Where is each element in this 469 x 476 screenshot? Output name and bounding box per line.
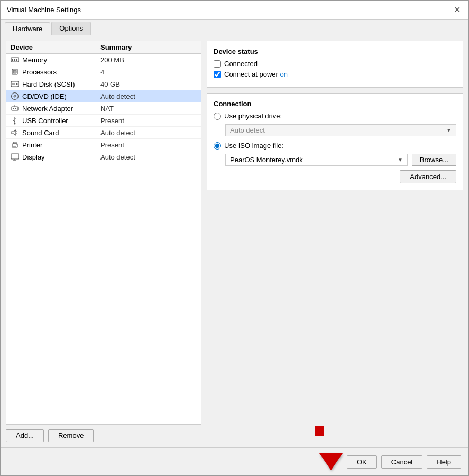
harddisk-label: Hard Disk (SCSI): [22, 80, 75, 88]
harddisk-icon: [11, 80, 19, 88]
use-iso-label: Use ISO image file:: [224, 142, 283, 150]
connect-power-checkbox[interactable]: [214, 71, 221, 78]
memory-icon: [11, 55, 19, 64]
tabs-bar: Hardware Options: [1, 20, 468, 35]
display-icon: [11, 153, 19, 161]
svg-rect-5: [13, 70, 16, 73]
device-status-title: Device status: [214, 48, 456, 55]
iso-file-row: PearOS Monterey.vmdk ▼ Browse...: [225, 154, 456, 166]
svg-rect-2: [14, 59, 15, 61]
memory-summary: 200 MB: [100, 56, 197, 64]
device-list: Device Summary Memory 200 MB: [6, 41, 201, 425]
advanced-row: Advanced...: [214, 170, 456, 183]
svg-rect-12: [12, 107, 18, 110]
network-adapter-icon: [11, 104, 19, 113]
col-device-header: Device: [11, 43, 100, 51]
svg-point-7: [16, 83, 18, 85]
processors-label: Processors: [22, 68, 57, 76]
use-physical-radio-row: Use physical drive:: [214, 112, 456, 120]
virtual-machine-settings-dialog: Virtual Machine Settings ✕ Hardware Opti…: [0, 0, 469, 476]
svg-rect-25: [11, 154, 19, 159]
iso-file-value: PearOS Monterey.vmdk: [230, 156, 303, 164]
network-adapter-summary: NAT: [100, 105, 197, 113]
left-buttons: Add... Remove: [6, 429, 201, 442]
col-summary-header: Summary: [100, 43, 197, 51]
svg-point-11: [14, 96, 15, 97]
use-physical-radio[interactable]: [214, 113, 221, 120]
connection-title: Connection: [214, 100, 456, 108]
ok-button[interactable]: OK: [347, 455, 377, 469]
dropdown-arrow-icon: ▼: [446, 127, 452, 133]
printer-label: Printer: [22, 141, 42, 149]
printer-icon: [11, 141, 19, 149]
connection-section: Connection Use physical drive: Auto dete…: [207, 93, 463, 190]
device-row-memory[interactable]: Memory 200 MB: [6, 54, 201, 66]
svg-rect-3: [16, 59, 17, 61]
connected-label: Connected: [224, 60, 258, 68]
device-row-soundcard[interactable]: Sound Card Auto detect: [6, 127, 201, 139]
remove-button[interactable]: Remove: [48, 429, 94, 442]
usb-summary: Present: [100, 117, 197, 125]
printer-summary: Present: [100, 141, 197, 149]
dialog-title: Virtual Machine Settings: [7, 6, 81, 14]
connect-power-label: Connect at power on: [224, 70, 288, 78]
device-status-section: Device status Connected Connect at power…: [207, 41, 463, 88]
device-row-network-adapter[interactable]: Network Adapter NAT: [6, 102, 201, 115]
svg-point-24: [16, 144, 17, 145]
soundcard-label: Sound Card: [22, 129, 59, 137]
right-panel: Device status Connected Connect at power…: [207, 41, 463, 442]
svg-rect-15: [15, 108, 16, 109]
connect-power-checkbox-row: Connect at power on: [214, 70, 456, 78]
use-physical-label: Use physical drive:: [224, 112, 282, 120]
tab-hardware[interactable]: Hardware: [5, 22, 50, 35]
svg-marker-20: [12, 130, 16, 135]
svg-point-19: [14, 123, 16, 125]
auto-detect-value: Auto detect: [230, 126, 265, 134]
svg-rect-22: [13, 142, 16, 144]
harddisk-summary: 40 GB: [100, 80, 197, 88]
network-adapter-label: Network Adapter: [22, 105, 73, 113]
device-row-display[interactable]: Display Auto detect: [6, 151, 201, 163]
display-summary: Auto detect: [100, 153, 197, 161]
iso-dropdown-arrow-icon: ▼: [398, 157, 403, 163]
device-row-usb[interactable]: USB Controller Present: [6, 115, 201, 127]
cancel-button[interactable]: Cancel: [381, 455, 422, 469]
device-row-processors[interactable]: Processors 4: [6, 66, 201, 78]
svg-rect-14: [13, 108, 14, 109]
device-row-harddisk[interactable]: Hard Disk (SCSI) 40 GB: [6, 78, 201, 90]
device-row-printer[interactable]: Printer Present: [6, 139, 201, 151]
add-button[interactable]: Add...: [6, 429, 44, 442]
device-row-cddvd[interactable]: CD/DVD (IDE) Auto detect: [6, 90, 201, 102]
connected-checkbox[interactable]: [214, 60, 221, 68]
usb-label: USB Controller: [22, 117, 68, 125]
browse-button[interactable]: Browse...: [412, 154, 456, 166]
title-bar: Virtual Machine Settings ✕: [1, 1, 468, 20]
cddvd-icon: [11, 92, 19, 100]
auto-detect-dropdown[interactable]: Auto detect ▼: [225, 124, 456, 136]
help-button[interactable]: Help: [427, 455, 461, 469]
bottom-buttons: OK Cancel Help: [1, 447, 468, 475]
content-area: Device Summary Memory 200 MB: [1, 35, 468, 447]
arrow-indicator: [319, 453, 343, 470]
memory-label: Memory: [22, 56, 47, 64]
left-panel: Device Summary Memory 200 MB: [6, 41, 201, 442]
iso-file-dropdown[interactable]: PearOS Monterey.vmdk ▼: [225, 154, 408, 166]
display-label: Display: [22, 153, 45, 161]
processors-icon: [11, 68, 19, 76]
soundcard-summary: Auto detect: [100, 129, 197, 137]
soundcard-icon: [11, 128, 19, 137]
use-iso-radio[interactable]: [214, 142, 221, 150]
close-button[interactable]: ✕: [452, 5, 462, 15]
connected-checkbox-row: Connected: [214, 60, 456, 68]
usb-icon: [11, 116, 19, 125]
tab-options[interactable]: Options: [51, 22, 91, 35]
svg-rect-1: [12, 59, 13, 61]
auto-detect-dropdown-row: Auto detect ▼: [225, 124, 456, 136]
device-list-header: Device Summary: [6, 41, 201, 54]
cddvd-summary: Auto detect: [100, 92, 197, 100]
advanced-button[interactable]: Advanced...: [400, 170, 456, 183]
svg-rect-23: [13, 146, 16, 147]
processors-summary: 4: [100, 68, 197, 76]
cddvd-label: CD/DVD (IDE): [22, 92, 67, 100]
use-iso-radio-row: Use ISO image file:: [214, 142, 456, 150]
